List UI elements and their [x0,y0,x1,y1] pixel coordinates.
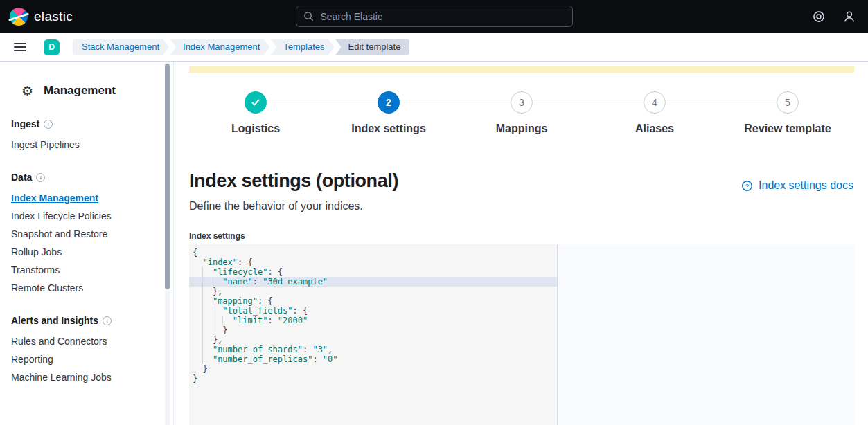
code-line[interactable]: } [189,325,557,335]
code-token-punct: } [193,325,228,335]
code-line[interactable]: "mapping": { [189,296,557,306]
menu-toggle-button[interactable] [10,39,30,55]
sidebar-item-reporting[interactable]: Reporting [11,350,159,368]
sidebar-group-ingest: Ingesti [11,118,159,129]
brand-wordmark: elastic [34,9,73,24]
stepper-steps: Logistics2Index settings3Mappings4Aliase… [189,91,854,148]
code-line-active[interactable]: "name": "30d-example" [189,277,557,287]
code-token-string: "total_fields" [222,306,292,316]
code-token-punct [193,277,222,287]
breadcrumb-stack-management[interactable]: Stack Management [73,39,169,55]
code-token-punct: : [267,316,277,325]
index-settings-editor[interactable]: { "index": { "lifecycle": { "name": "30d… [189,244,854,425]
code-token-string: "3" [312,345,328,354]
header-actions [813,0,856,33]
info-icon: i [103,316,112,325]
sidebar-group-label: Ingest [11,118,39,129]
step-label: Mappings [496,123,548,135]
index-settings-field-label: Index settings [189,231,245,241]
deployment-icon[interactable] [813,10,825,23]
step-label: Logistics [231,123,280,135]
sidebar-item-remote-clusters[interactable]: Remote Clusters [11,279,159,297]
indent-guide [202,316,203,325]
code-token-punct: : { [267,267,283,277]
space-avatar[interactable]: D [44,39,60,55]
code-area[interactable]: { "index": { "lifecycle": { "name": "30d… [189,244,558,425]
code-line[interactable]: "index": { [189,257,557,267]
sidebar-group-data: Datai [11,172,159,183]
code-line[interactable]: }, [189,335,557,345]
step-label: Review template [744,123,831,135]
index-settings-docs-link[interactable]: ? Index settings docs [741,179,853,192]
code-token-punct: : { [293,306,308,316]
code-token-punct: { [193,248,197,257]
sidebar-item-index-lifecycle-policies[interactable]: Index Lifecycle Policies [11,207,159,225]
top-header-bar: elastic [0,0,868,33]
code-token-string: "limit" [233,316,268,325]
sidebar-title: Management [44,84,116,98]
code-token-punct: : { [258,296,273,306]
wizard-step-logistics[interactable]: Logistics [189,91,322,148]
indent-guide [202,277,203,287]
code-line[interactable]: { [189,248,557,257]
sidebar-item-rollup-jobs[interactable]: Rollup Jobs [11,243,159,261]
sidebar-scrollbar-thumb[interactable] [165,64,170,289]
sidebar-header: ⚙ Management [0,62,173,100]
code-line[interactable]: } [189,364,557,374]
indent-guide [202,335,203,345]
indent-guide [213,325,213,335]
code-token-string: "0" [323,354,338,364]
step-number: 2 [378,91,400,114]
code-line[interactable]: "total_fields": { [189,306,557,316]
code-token-string: "number_of_shards" [213,345,303,354]
breadcrumb-index-management[interactable]: Index Management [170,39,269,55]
code-token-punct: , [328,345,333,354]
code-line[interactable]: "number_of_replicas": "0" [189,354,557,364]
code-line[interactable]: "limit": "2000" [189,316,557,325]
code-token-string: "mapping" [213,296,258,306]
user-menu-icon[interactable] [843,10,856,23]
sidebar-item-machine-learning-jobs[interactable]: Machine Learning Jobs [11,368,159,386]
code-token-punct: } [193,364,208,374]
management-sidebar: ⚙ Management IngestiIngest PipelinesData… [0,62,174,425]
sidebar-item-transforms[interactable]: Transforms [11,261,159,279]
code-line[interactable]: }, [189,287,557,296]
sidebar-item-snapshot-and-restore[interactable]: Snapshot and Restore [11,225,159,243]
code-line[interactable]: "lifecycle": { [189,267,557,277]
code-token-string: "lifecycle" [213,267,267,277]
indent-guide [202,296,203,306]
step-check-icon [245,91,267,114]
elastic-logo-icon[interactable] [10,8,28,26]
code-token-string: "name" [222,277,252,287]
search-input[interactable] [319,10,565,23]
indent-guide [202,354,203,364]
sidebar-nav: IngestiIngest PipelinesDataiIndex Manage… [0,118,173,386]
editor-gutter-area [558,244,854,425]
code-token-punct: : [253,277,263,287]
breadcrumb-templates[interactable]: Templates [270,39,334,55]
code-line[interactable]: } [189,374,557,383]
sidebar-group-label: Data [11,172,32,183]
sidebar-item-index-management[interactable]: Index Management [11,189,159,207]
wizard-stepper: Logistics2Index settings3Mappings4Aliase… [189,91,854,148]
indent-guide [213,306,213,316]
global-search[interactable] [296,6,573,27]
page-subtitle: Define the behavior of your indices. [189,200,363,212]
wizard-step-index-settings[interactable]: 2Index settings [322,91,455,148]
indent-guide [202,287,203,296]
indent-guide [202,345,203,354]
breadcrumb-bar: D Stack ManagementIndex ManagementTempla… [0,33,868,62]
indent-guide [213,316,213,325]
wizard-step-aliases[interactable]: 4Aliases [588,91,721,148]
sidebar-item-rules-and-connectors[interactable]: Rules and Connectors [11,332,159,350]
code-token-punct [193,257,202,267]
sidebar-item-ingest-pipelines[interactable]: Ingest Pipelines [11,136,159,154]
wizard-step-mappings[interactable]: 3Mappings [455,91,588,148]
code-line[interactable]: "number_of_shards": "3", [189,345,557,354]
svg-text:?: ? [745,182,749,189]
wizard-step-review-template[interactable]: 5Review template [721,91,854,148]
step-label: Aliases [635,123,674,135]
code-token-punct: }, [193,335,222,345]
scrolled-callout-edge [189,66,854,73]
step-number: 3 [511,91,533,114]
